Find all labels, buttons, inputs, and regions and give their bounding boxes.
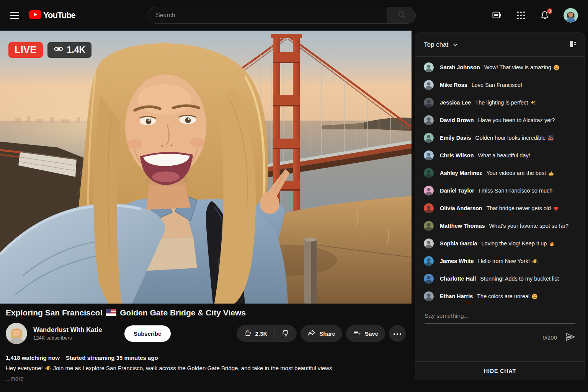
playlist-add-icon [353,329,361,338]
chat-user-name[interactable]: Daniel Taylor [440,188,474,194]
description-box[interactable]: 1,418 watching now Started streaming 35 … [6,353,406,384]
chevron-down-icon [453,41,458,49]
chat-user-name[interactable]: Mike Ross [440,82,467,88]
chat-message: Charlotte HallStunning! Adds to my bucke… [415,270,585,287]
more-actions-button[interactable] [389,325,406,342]
eye-icon [54,45,64,55]
apps-grid-icon[interactable] [516,10,526,20]
chat-user-avatar[interactable] [424,238,434,248]
chat-message: Ashley MartinezYour videos are the best [415,164,585,182]
chat-user-avatar[interactable] [424,115,434,125]
chat-user-avatar[interactable] [424,186,434,196]
chat-user-name[interactable]: Chris Wilson [440,152,474,158]
stream-start-time: Started streaming 35 minutes ago [66,353,158,363]
channel-name[interactable]: Wanderlust With Katie [33,326,118,334]
chat-user-avatar[interactable] [424,274,434,284]
chat-user-avatar[interactable] [424,221,434,231]
chat-message: James WhiteHello from New York! [415,252,585,270]
chat-message: Sophia GarciaLoving the vlog! Keep it up [415,235,585,252]
search-button[interactable] [387,7,415,23]
chat-user-name[interactable]: Charlotte Hall [440,276,476,282]
chat-message: Olivia AndersonThat bridge never gets ol… [415,199,585,217]
account-avatar[interactable] [564,8,578,23]
video-title: Exploring San Francisco! Golden Gate Bri… [6,308,406,317]
chat-message: David BrownHave you been to Alcatraz yet… [415,111,585,129]
chat-user-name[interactable]: Jessica Lee [440,100,471,106]
chat-user-avatar[interactable] [424,62,434,72]
bell-icon[interactable]: 3 [540,10,550,20]
like-count: 2.3K [255,330,268,337]
chat-message-text: Golden hour looks incredible [475,135,554,141]
share-button[interactable]: Share [301,325,342,342]
chat-user-avatar[interactable] [424,80,434,90]
chat-message-input[interactable]: Say something... [425,312,575,324]
chat-user-avatar[interactable] [424,168,434,178]
youtube-wordmark: YouTube [43,10,75,20]
watching-now: 1,418 watching now [6,353,60,363]
chat-message-text: Loving the vlog! Keep it up [482,240,555,247]
chat-user-avatar[interactable] [424,291,434,301]
hamburger-icon[interactable] [10,12,19,19]
chat-user-name[interactable]: Ashley Martinez [440,170,482,176]
chat-user-name[interactable]: Matthew Thomas [440,223,485,229]
char-counter: 0/200 [542,334,557,341]
chat-message-text: Stunning! Adds to my bucket list [480,276,559,282]
save-button[interactable]: Save [346,325,385,342]
red-heart-emoji [553,206,559,211]
chat-user-name[interactable]: Emily Davis [440,135,471,141]
channel-avatar[interactable] [6,323,27,344]
chat-user-avatar[interactable] [424,256,434,266]
search-input[interactable]: Search [148,7,387,23]
more-dots-icon [393,331,402,336]
share-arrow-icon [307,329,316,338]
notification-badge: 3 [546,8,553,15]
chat-message-text: Your videos are the best [486,170,554,176]
chat-input-area: Say something... 0/200 [415,305,585,361]
us-flag-icon [106,309,116,316]
heart-eyes-emoji [554,65,559,70]
thumb-up-icon [243,329,252,338]
chat-user-name[interactable]: Sophia Garcia [440,240,477,247]
thumb-down-icon [281,329,290,338]
subscribe-button[interactable]: Subscribe [124,325,171,342]
dislike-button[interactable] [274,325,297,342]
chat-user-avatar[interactable] [424,133,434,143]
chat-user-name[interactable]: Ethan Harris [440,293,473,299]
chat-message: Emily DavisGolden hour looks incredible [415,129,585,147]
chat-message-text: I miss San Francisco so much [479,188,552,194]
chat-user-avatar[interactable] [424,150,434,160]
hide-chat-button[interactable]: HIDE CHAT [415,361,585,380]
youtube-play-icon [29,10,41,20]
description-text: Hey everyone! Join me as I explore San F… [6,363,406,373]
chat-popout-icon[interactable] [570,41,576,49]
chat-message-text: The lighting is perfect [475,100,536,106]
live-video-player[interactable]: LIVE 1.4K [0,31,412,304]
youtube-logo[interactable]: YouTube [29,10,75,20]
chat-message: Chris WilsonWhat a beautiful day! [415,147,585,164]
like-dislike-pill: 2.3K [237,325,297,342]
send-message-button[interactable] [565,332,575,343]
wave-emoji [45,365,51,371]
chat-user-name[interactable]: David Brown [440,117,474,123]
send-plane-icon [565,332,575,343]
chat-message: Daniel TaylorI miss San Francisco so muc… [415,182,585,199]
chat-message-text: Wow! That view is amazing [484,64,559,70]
show-more-link[interactable]: ...more [6,373,406,384]
chat-filter-dropdown[interactable]: Top chat [424,41,458,49]
chat-user-name[interactable]: Sarah Johnson [440,64,480,70]
viewer-count-badge: 1.4K [47,42,92,58]
chat-message: Matthew ThomasWhat's your favorite spot … [415,217,585,235]
chat-user-name[interactable]: James White [440,258,474,264]
chat-user-avatar[interactable] [424,98,434,108]
live-badge: LIVE [8,42,43,58]
chat-user-name[interactable]: Olivia Anderson [440,205,482,211]
chat-message: Ethan HarrisThe colors are unreal [415,287,585,305]
wave-emoji [532,258,538,264]
top-app-bar: YouTube Search 3 [0,0,588,31]
chat-message-text: Have you been to Alcatraz yet? [478,117,555,123]
create-video-icon[interactable] [492,10,502,20]
like-button[interactable]: 2.3K [237,325,274,342]
video-scene-golden-gate-selfie [0,31,412,304]
chat-message-list[interactable]: Sarah JohnsonWow! That view is amazingMi… [415,57,585,305]
chat-user-avatar[interactable] [424,203,434,213]
